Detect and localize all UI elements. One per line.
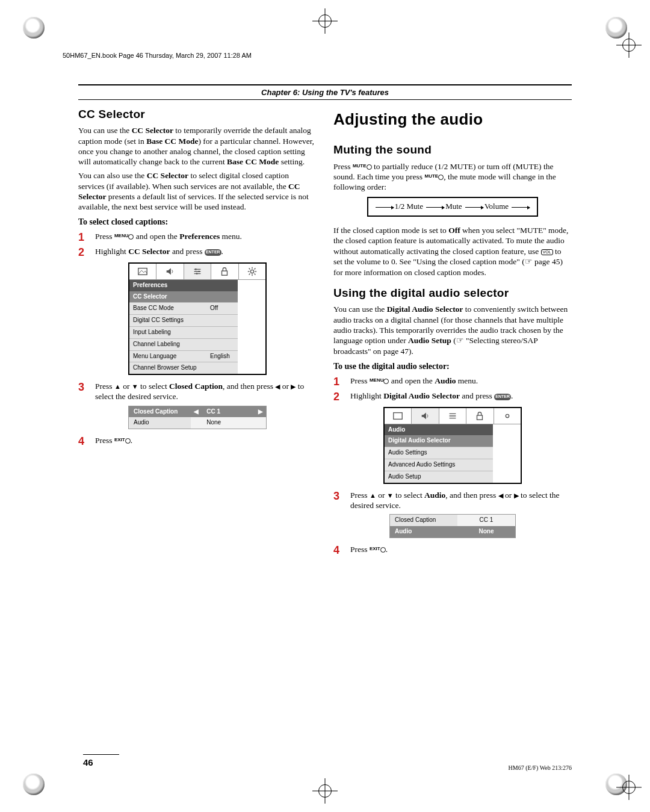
menu-body: Audio Digital Audio Selector Audio Setti… [385,424,493,483]
step-number: 1 [78,231,89,244]
step-text: Highlight Digital Audio Selector and pre… [350,391,572,403]
subheading: To use the digital audio selector: [333,361,572,372]
body-text: You can use the Digital Audio Selector t… [333,304,572,356]
step-4: 4 Press EXIT. [78,435,317,448]
page-header-note: 50HM67_EN.book Page 46 Thursday, March 2… [63,52,252,59]
vol-button-icon: VOL [541,249,553,256]
muting-sound-heading: Muting the sound [333,143,572,157]
footer-code: HM67 (E/F) Web 213:276 [509,764,572,771]
tab-picture-icon [385,408,412,424]
menu-row: Menu LanguageEnglish [129,350,238,362]
page-number: 46 [83,754,119,767]
svg-rect-14 [394,412,402,419]
svg-point-3 [196,273,198,274]
menu-tabs [385,408,521,424]
crop-mark [620,778,638,796]
menu-tabs [129,264,265,280]
svg-rect-4 [222,271,228,275]
step-number: 1 [333,376,344,388]
body-text: You can also use the CC Selector to sele… [78,170,317,212]
step-1: 1 Press MENU and open the Audio menu. [333,376,572,388]
menu-button-icon: MENU [370,378,384,383]
crop-mark [620,36,638,54]
step-4: 4 Press EXIT. [333,544,572,557]
strip-selected-row: Audio None [390,526,515,538]
tab-picture-icon [129,264,156,279]
svg-point-16 [506,414,509,417]
right-arrow-icon: ▶ [514,492,519,499]
remote-button-icon [367,164,372,170]
svg-point-5 [250,270,253,273]
step-3: 3 Press ▲ or ▼ to select Audio, and then… [333,490,572,511]
strip-selected-row: Closed Caption ◀ CC 1 ▶ [129,406,266,418]
step-number: 3 [78,381,89,402]
step-text: Press ▲ or ▼ to select Audio, and then p… [350,490,572,511]
left-arrow-icon: ◀ [191,406,202,418]
body-text: Press MUTE to partially reduce (1/2 MUTE… [333,161,572,193]
tab-audio-icon [412,408,439,424]
svg-line-10 [249,268,250,269]
body-text: You can use the CC Selector to temporari… [78,125,317,167]
step-text: Press MENU and open the Audio menu. [350,376,572,388]
step-number: 4 [333,544,344,557]
right-column: Adjusting the audio Muting the sound Pre… [333,107,572,559]
step-number: 2 [333,391,344,403]
step-text: Highlight CC Selector and press ENTER. [95,246,317,259]
pointer-icon: ☞ [525,257,533,266]
menu-header: Audio [385,424,493,436]
strip-row: Audio None [129,417,266,429]
crop-mark [316,12,334,30]
menu-body: Preferences CC Selector Base CC ModeOff … [129,280,238,374]
menu-row: Advanced Audio Settings [385,459,493,471]
step-number: 3 [333,490,344,511]
tab-lock-icon [466,408,494,424]
svg-line-12 [254,268,255,269]
pointer-icon: ☞ [456,336,464,345]
svg-point-2 [198,270,200,272]
step-text: Press EXIT. [350,544,572,557]
menu-row: Digital CC Settings [129,314,238,326]
digital-audio-selector-heading: Using the digital audio selector [333,286,572,300]
remote-button-icon [125,438,131,444]
crop-mark [316,782,334,800]
cc-selector-strip: Closed Caption ◀ CC 1 ▶ Audio None [128,406,267,430]
step-2: 2 Highlight CC Selector and press ENTER. [78,246,317,259]
mute-flow-diagram: 1/2 Mute Mute Volume [333,197,572,225]
tab-audio-icon [156,264,184,279]
step-number: 4 [78,435,89,448]
svg-rect-15 [477,415,483,420]
body-text: If the closed caption mode is set to Off… [333,225,572,277]
remote-button-icon [380,547,386,553]
audio-menu-screenshot: Audio Digital Audio Selector Audio Setti… [383,407,522,484]
strip-row: Closed Caption CC 1 [390,515,515,526]
audio-selector-strip: Closed Caption CC 1 Audio None [389,514,516,538]
tab-preferences-icon [184,264,211,279]
step-number: 2 [78,246,89,259]
step-text: Press EXIT. [95,435,317,448]
remote-button-icon [438,175,444,180]
mute-button-icon: MUTE [353,164,367,169]
right-arrow-icon: ▶ [255,406,266,418]
preferences-menu-screenshot: Preferences CC Selector Base CC ModeOff … [128,262,267,375]
menu-row: Base CC ModeOff [129,302,238,314]
step-1: 1 Press MENU and open the Preferences me… [78,231,317,244]
print-registration-mark [23,17,45,39]
mute-button-icon: MUTE [424,174,438,179]
svg-line-13 [249,273,250,274]
left-arrow-icon: ◀ [498,492,503,499]
menu-button-icon: MENU [114,234,129,238]
exit-button-icon: EXIT [114,438,125,442]
menu-row: Channel Labeling [129,338,238,350]
down-arrow-icon: ▼ [387,492,394,499]
tab-preferences-icon [439,408,466,424]
print-registration-mark [605,17,627,39]
adjusting-audio-heading: Adjusting the audio [333,110,572,129]
step-2: 2 Highlight Digital Audio Selector and p… [333,391,572,403]
print-registration-mark [23,773,45,795]
menu-selected-row: Digital Audio Selector [385,435,493,447]
down-arrow-icon: ▼ [132,383,138,390]
enter-button-icon: ENTER [205,249,221,256]
exit-button-icon: EXIT [370,547,380,551]
menu-row: Input Labeling [129,326,238,338]
step-3: 3 Press ▲ or ▼ to select Closed Caption,… [78,381,317,402]
